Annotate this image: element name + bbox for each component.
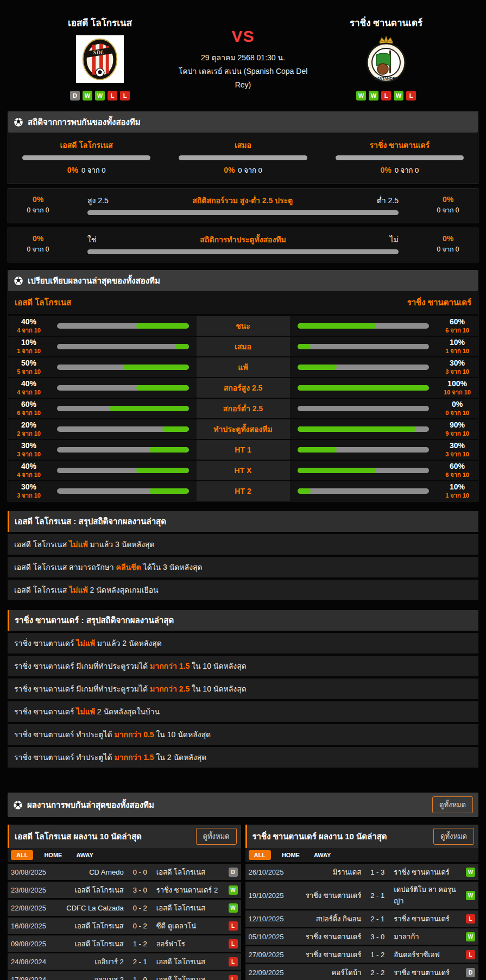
home-progress-fill (110, 406, 189, 411)
home-last10-table: เอสดี โลโกรเนส ผลงาน 10 นัดล่าสุด ดูทั้ง… (8, 825, 241, 980)
match-score: 2 - 1 (363, 915, 392, 923)
match-home-team: มิรานเดส (298, 866, 362, 878)
home-percent: 30% (8, 482, 49, 492)
comparison-home-stat: 50% 5 จาก 10 (8, 359, 49, 375)
match-result-badge: L (229, 957, 238, 966)
match-row: 09/08/2025 เอสดี โลโกรเนส 1 - 2 ออร์ฟาโร… (8, 935, 241, 952)
home-progress-fill (136, 323, 189, 329)
match-date: 30/08/2025 (11, 868, 58, 876)
home-progress-fill (136, 385, 189, 391)
away-team-name: ราชิ่ง ซานตานเดร์ (350, 15, 422, 30)
comparison-home-stat: 40% 4 จาก 10 (8, 379, 49, 396)
match-score: 3 - 0 (363, 933, 392, 941)
comparison-row: 50% 5 จาก 10 แพ้ 30% 3 จาก 10 (8, 356, 478, 377)
btts-yes-label: ใช่ (87, 234, 96, 246)
home-count: 2 จาก 10 (8, 430, 49, 438)
over-side-stat: 0% 0 จาก 0 (8, 195, 68, 215)
comparison-away-stat: 90% 9 จาก 10 (437, 420, 478, 437)
tab-home[interactable]: HOME (41, 850, 65, 860)
summary-row: ราชิ่ง ซานตานเดร์ ทำประตูได้ มากกว่า 1.5… (8, 747, 478, 768)
comparison-home-name: เอสดี โลโกรเนส (15, 296, 71, 309)
btts-panel: 0% 0 จาก 0 ใช่ สถิติการทำประตูทั้งสองทีม… (8, 228, 478, 262)
vs-label: VS (231, 27, 254, 46)
tab-all[interactable]: ALL (249, 850, 271, 860)
home-form-badges: DWWLL (70, 91, 130, 100)
match-row: 26/10/2025 มิรานเดส 1 - 3 ราชิ่ง ซานตานเ… (245, 864, 479, 880)
comparison-home-stat: 60% 6 จาก 10 (8, 400, 49, 417)
under-count: 0 จาก 0 (437, 205, 459, 215)
h2h-draw-label: เสมอ (235, 139, 251, 151)
comparison-section-title: เปรียบเทียบผลงานล่าสุดของทั้งสองทีม (28, 274, 160, 287)
match-away-team: ซีดี ตูเดลาโน่ (156, 920, 220, 932)
h2h-draw-count: 0 จาก 0 (238, 166, 262, 174)
away-progress-fill (298, 426, 416, 432)
away-team-block: ราชิ่ง ซานตานเดร์ SANTANDER WWLWL (310, 15, 462, 100)
away-summary-rows: ราชิ่ง ซานตานเดร์ ไม่แพ้ มาแล้ว 2 นัดหลั… (8, 633, 478, 768)
home-progress-bar (57, 468, 189, 473)
comparison-team-names: เอสดี โลโกรเนส ราชิ่ง ซานตานเดร์ (8, 291, 478, 315)
match-date: 12/10/2025 (249, 915, 295, 923)
form-result-badge: W (83, 91, 92, 100)
match-row: 05/10/2025 ราชิ่ง ซานตานเดร์ 3 - 0 มาลาก… (245, 928, 479, 945)
h2h-away-label: ราชิ่ง ซานตานเดร์ (370, 139, 430, 151)
match-score: 2 - 1 (363, 891, 392, 900)
over-under-title: สถิติสกอร์รวม สูง-ต่ำ 2.5 ประตู (192, 194, 293, 206)
match-score: 0 - 0 (126, 868, 154, 876)
away-progress-bar (298, 385, 430, 391)
away-progress-bar (298, 468, 430, 473)
match-result-badge: L (229, 921, 238, 931)
soccer-ball-icon (13, 800, 23, 810)
match-home-team: CD Arnedo (60, 868, 124, 876)
h2h-away-column: ราชิ่ง ซานตานเดร์ 0%0 จาก 0 (321, 139, 478, 176)
tab-away[interactable]: AWAY (73, 850, 96, 860)
tab-home[interactable]: HOME (279, 850, 303, 860)
over-percent: 0% (33, 195, 43, 204)
away-count: 1 จาก 10 (437, 492, 478, 500)
match-home-team: ราชิ่ง ซานตานเดร์ (298, 931, 362, 943)
btts-no-count: 0 จาก 0 (437, 244, 459, 254)
comparison-panel: เปรียบเทียบผลงานล่าสุดของทั้งสองทีม เอสด… (8, 270, 478, 501)
away-progress-fill (298, 488, 311, 494)
away-count: 0 จาก 10 (437, 410, 478, 417)
h2h-section-header: สถิติจากการพบกันของทั้งสองทีม (8, 112, 478, 133)
comparison-away-stat: 60% 6 จาก 10 (437, 462, 478, 479)
home-team-name: เอสดี โลโกรเนส (68, 15, 132, 30)
away-percent: 10% (437, 338, 478, 348)
tab-all[interactable]: ALL (11, 850, 33, 860)
comparison-home-stat: 30% 3 จาก 10 (8, 441, 49, 458)
away-percent: 60% (437, 317, 478, 327)
summary-highlight: ไม่แพ้ (76, 707, 95, 716)
svg-text:SANTANDER: SANTANDER (374, 77, 397, 80)
home-table-rows: 30/08/2025 CD Arnedo 0 - 0 เอสดี โลโกรเน… (8, 864, 241, 980)
btts-no-percent: 0% (443, 234, 453, 243)
match-score: 0 - 2 (126, 904, 154, 912)
btts-bar (87, 249, 399, 254)
home-count: 6 จาก 10 (8, 410, 49, 417)
away-count: 6 จาก 10 (437, 327, 478, 335)
away-last10-table: ราชิ่ง ซานตานเดร์ ผลงาน 10 นัดล่าสุด ดูท… (245, 825, 479, 980)
home-progress-bar (57, 385, 189, 391)
home-percent: 40% (8, 317, 49, 327)
match-result-badge: D (466, 968, 475, 977)
h2h-away-bar (336, 155, 464, 160)
form-result-badge: L (108, 91, 117, 100)
home-percent: 60% (8, 400, 49, 410)
match-away-team: ออร์ฟาโร (156, 938, 220, 950)
away-table-view-all-button[interactable]: ดูทั้งหมด (433, 828, 474, 845)
match-away-team: เดปอร์ติโบ ลา คอรุนญ่า (394, 884, 458, 907)
tab-away[interactable]: AWAY (311, 850, 334, 860)
form-result-badge: L (381, 91, 391, 100)
comparison-metric-label: สกอร์สูง 2.5 (197, 378, 290, 398)
comparison-away-stat: 10% 1 จาก 10 (437, 338, 478, 355)
away-progress-bar (298, 426, 430, 432)
home-team-block: เอสดี โลโกรเนส SDL DWWLL (24, 15, 176, 100)
home-count: 1 จาก 10 (8, 348, 49, 355)
summary-highlight: ไม่แพ้ (69, 586, 88, 594)
home-table-view-all-button[interactable]: ดูทั้งหมด (196, 828, 237, 845)
home-count: 5 จาก 10 (8, 368, 49, 376)
away-progress-fill (298, 385, 430, 391)
match-row: 22/09/2025 คอร์โดบ้า 2 - 2 ราชิ่ง ซานตาน… (245, 964, 479, 980)
match-home-team: คอร์โดบ้า (298, 967, 362, 978)
view-all-meetings-button[interactable]: ดูทั้งหมด (432, 796, 473, 813)
comparison-away-stat: 10% 1 จาก 10 (437, 482, 478, 499)
